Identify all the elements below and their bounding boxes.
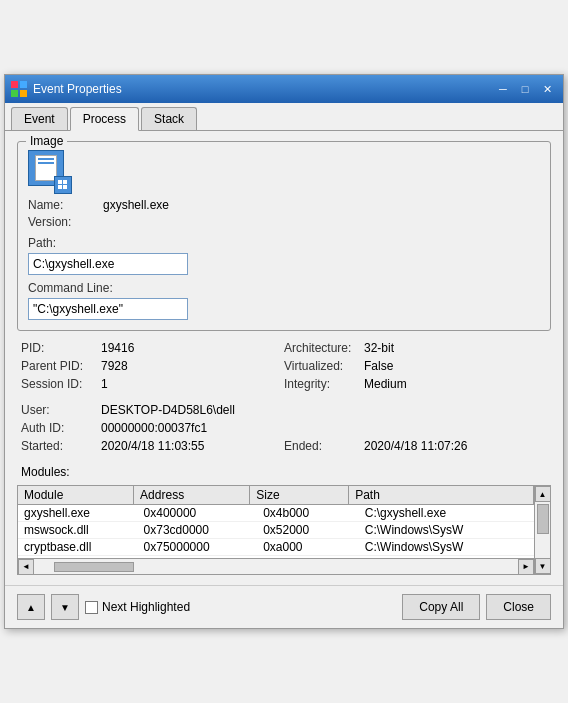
session-id-label: Session ID: [21, 377, 101, 391]
navigate-up-button[interactable]: ▲ [17, 594, 45, 620]
pid-item: PID: 19416 [21, 341, 284, 355]
col-module: Module [18, 486, 134, 504]
started-item: Started: 2020/4/18 11:03:55 [21, 439, 284, 453]
user-item: User: DESKTOP-D4D58L6\dell [21, 403, 547, 417]
cmdline-label: Command Line: [28, 281, 188, 295]
svg-rect-4 [58, 180, 62, 184]
session-id-value: 1 [101, 377, 108, 391]
col-size: Size [250, 486, 349, 504]
ended-label: Ended: [284, 439, 364, 453]
maximize-button[interactable]: □ [515, 80, 535, 98]
started-ended-grid: Started: 2020/4/18 11:03:55 Ended: 2020/… [21, 439, 547, 457]
virtualized-label: Virtualized: [284, 359, 364, 373]
tab-stack[interactable]: Stack [141, 107, 197, 130]
cell-address-0: 0x400000 [138, 505, 258, 521]
svg-rect-7 [63, 185, 67, 189]
svg-rect-1 [20, 81, 27, 88]
user-value: DESKTOP-D4D58L6\dell [101, 403, 235, 417]
cell-address-2: 0x75000000 [138, 539, 258, 555]
col-path: Path [349, 486, 534, 504]
svg-rect-3 [20, 90, 27, 97]
arch-value: 32-bit [364, 341, 394, 355]
cell-module-2: cryptbase.dll [18, 539, 138, 555]
cell-module-1: mswsock.dll [18, 522, 138, 538]
name-value: gxyshell.exe [103, 198, 169, 212]
parent-pid-value: 7928 [101, 359, 128, 373]
auth-id-value: 00000000:00037fc1 [101, 421, 207, 435]
copy-all-button[interactable]: Copy All [402, 594, 480, 620]
ended-value: 2020/4/18 11:07:26 [364, 439, 467, 453]
app-icon [28, 150, 68, 190]
version-label: Version: [28, 215, 103, 229]
tab-bar: Event Process Stack [5, 103, 563, 131]
close-button[interactable]: Close [486, 594, 551, 620]
arch-item: Architecture: 32-bit [284, 341, 547, 355]
table-row[interactable]: mswsock.dll 0x73cd0000 0x52000 C:\Window… [18, 522, 550, 539]
cell-module-0: gxyshell.exe [18, 505, 138, 521]
svg-rect-5 [63, 180, 67, 184]
pid-value: 19416 [101, 341, 134, 355]
scroll-down-arrow[interactable]: ▼ [535, 558, 551, 574]
minimize-button[interactable]: ─ [493, 80, 513, 98]
cmdline-input[interactable] [28, 298, 188, 320]
cell-size-2: 0xa000 [257, 539, 359, 555]
scroll-right-arrow[interactable]: ► [518, 559, 534, 575]
path-input[interactable] [28, 253, 188, 275]
table-header: Module Address Size Path [18, 486, 550, 505]
process-details: PID: 19416 Architecture: 32-bit Parent P… [17, 341, 551, 479]
user-label: User: [21, 403, 101, 417]
path-section: Path: [28, 236, 188, 275]
window-icon [11, 81, 27, 97]
footer: ▲ ▼ Next Highlighted Copy All Close [5, 585, 563, 628]
integrity-item: Integrity: Medium [284, 377, 547, 391]
tab-process[interactable]: Process [70, 107, 139, 131]
scroll-h-track [34, 562, 518, 572]
virtualized-value: False [364, 359, 393, 373]
svg-rect-6 [58, 185, 62, 189]
details-grid: PID: 19416 Architecture: 32-bit Parent P… [21, 341, 547, 395]
horizontal-scrollbar[interactable]: ◄ ► [18, 558, 534, 574]
svg-rect-2 [11, 90, 18, 97]
virtualized-item: Virtualized: False [284, 359, 547, 373]
svg-rect-0 [11, 81, 18, 88]
app-icon-overlay [54, 176, 72, 194]
auth-id-item: Auth ID: 00000000:00037fc1 [21, 421, 547, 435]
close-window-button[interactable]: ✕ [537, 80, 557, 98]
navigate-down-button[interactable]: ▼ [51, 594, 79, 620]
auth-id-label: Auth ID: [21, 421, 101, 435]
integrity-value: Medium [364, 377, 407, 391]
cell-path-0: C:\gxyshell.exe [359, 505, 550, 521]
table-row[interactable]: cryptbase.dll 0x75000000 0xa000 C:\Windo… [18, 539, 550, 556]
name-row: Name: gxyshell.exe [28, 198, 169, 212]
image-group-label: Image [26, 134, 67, 148]
started-value: 2020/4/18 11:03:55 [101, 439, 204, 453]
vertical-scrollbar[interactable]: ▲ ▼ [534, 486, 550, 574]
image-group-box: Image [17, 141, 551, 331]
scroll-h-thumb[interactable] [54, 562, 134, 572]
parent-pid-label: Parent PID: [21, 359, 101, 373]
cell-size-0: 0x4b000 [257, 505, 359, 521]
ended-item: Ended: 2020/4/18 11:07:26 [284, 439, 547, 453]
tab-event[interactable]: Event [11, 107, 68, 130]
window-title: Event Properties [33, 82, 493, 96]
pid-label: PID: [21, 341, 101, 355]
cell-size-1: 0x52000 [257, 522, 359, 538]
window-controls: ─ □ ✕ [493, 80, 557, 98]
next-highlighted-label: Next Highlighted [102, 600, 190, 614]
path-label: Path: [28, 236, 188, 250]
image-section: Name: gxyshell.exe Version: Path: Comman… [28, 150, 540, 320]
scroll-thumb[interactable] [537, 504, 549, 534]
main-content: Image [5, 131, 563, 585]
table-row[interactable]: gxyshell.exe 0x400000 0x4b000 C:\gxyshel… [18, 505, 550, 522]
modules-label: Modules: [21, 465, 547, 479]
cell-address-1: 0x73cd0000 [138, 522, 258, 538]
cell-path-2: C:\Windows\SysW [359, 539, 550, 555]
next-highlighted-checkbox[interactable] [85, 601, 98, 614]
parent-pid-item: Parent PID: 7928 [21, 359, 284, 373]
title-bar: Event Properties ─ □ ✕ [5, 75, 563, 103]
event-properties-window: Event Properties ─ □ ✕ Event Process Sta… [4, 74, 564, 629]
scroll-up-arrow[interactable]: ▲ [535, 486, 551, 502]
name-label: Name: [28, 198, 103, 212]
scroll-left-arrow[interactable]: ◄ [18, 559, 34, 575]
arch-label: Architecture: [284, 341, 364, 355]
